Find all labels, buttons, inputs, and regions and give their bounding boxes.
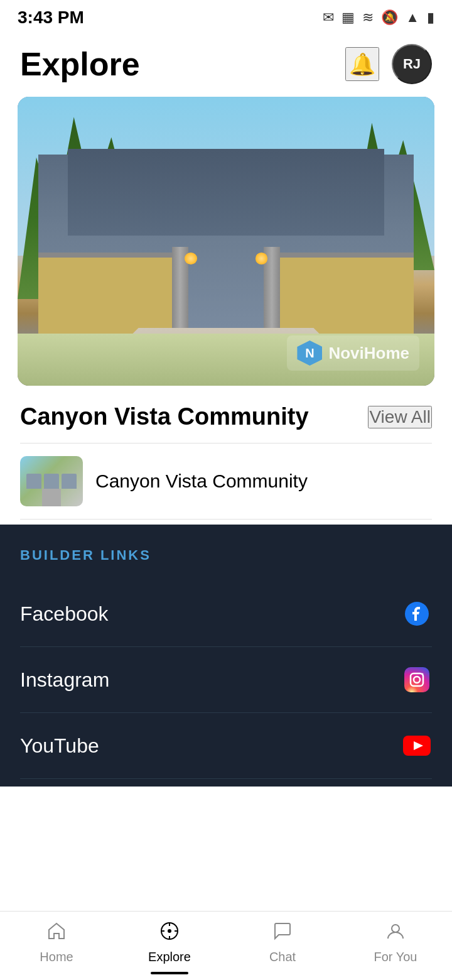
nav-explore[interactable]: Explore	[126, 916, 213, 969]
header-actions: 🔔 RJ	[345, 44, 432, 84]
instagram-link[interactable]: Instagram	[20, 647, 432, 713]
instagram-label: Instagram	[20, 668, 109, 692]
youtube-label: YouTube	[20, 734, 99, 758]
light-right	[256, 253, 268, 264]
community-thumbnail	[20, 456, 83, 506]
thumb-house-3	[62, 474, 77, 489]
barcode-icon: ▦	[342, 9, 355, 26]
mute-icon: 🔕	[381, 9, 398, 26]
thumb-road	[42, 489, 61, 506]
divider-top	[20, 443, 432, 444]
status-icons: ✉ ▦ ≋ 🔕 ▲ ▮	[323, 9, 434, 26]
bell-icon: 🔔	[349, 52, 375, 77]
view-all-button[interactable]: View All	[368, 406, 432, 428]
divider-bottom	[20, 519, 432, 520]
community-item-name: Canyon Vista Community	[95, 471, 308, 492]
novihome-logo	[297, 340, 322, 366]
header: Explore 🔔 RJ	[0, 33, 452, 92]
home-label: Home	[40, 950, 73, 964]
community-list-item[interactable]: Canyon Vista Community	[20, 449, 432, 514]
svg-point-8	[168, 929, 171, 933]
hero-image[interactable]: NoviHome	[18, 97, 434, 386]
facebook-icon	[402, 599, 432, 629]
for-you-label: For You	[374, 950, 417, 964]
nav-home[interactable]: Home	[13, 916, 100, 969]
explore-icon	[159, 921, 180, 946]
wifi-icon: ▲	[406, 9, 419, 26]
status-time: 3:43 PM	[18, 8, 84, 28]
svg-rect-1	[404, 667, 429, 692]
youtube-link[interactable]: YouTube	[20, 713, 432, 779]
thumb-house-2	[44, 474, 59, 489]
facebook-label: Facebook	[20, 602, 109, 626]
house-upper	[68, 149, 385, 236]
nav-chat[interactable]: Chat	[239, 916, 326, 969]
svg-point-4	[422, 673, 424, 675]
battery-icon: ▮	[427, 9, 434, 26]
thumb-houses	[26, 474, 77, 489]
mail-icon: ✉	[323, 9, 334, 26]
garage-right	[280, 253, 413, 334]
youtube-icon	[402, 731, 432, 761]
avatar-button[interactable]: RJ	[392, 44, 432, 84]
chat-icon	[272, 921, 293, 946]
community-section: Canyon Vista Community View All Canyon V…	[0, 386, 452, 520]
chat-label: Chat	[269, 950, 296, 964]
for-you-icon	[385, 921, 406, 946]
bottom-navigation: Home Explore Chat	[0, 911, 452, 980]
nav-for-you[interactable]: For You	[352, 916, 439, 969]
garage-left	[38, 253, 171, 334]
notifications-button[interactable]: 🔔	[345, 47, 379, 81]
status-bar: 3:43 PM ✉ ▦ ≋ 🔕 ▲ ▮	[0, 0, 452, 33]
avatar-initials: RJ	[403, 56, 421, 72]
page-title: Explore	[20, 45, 140, 83]
thumb-house-1	[26, 474, 41, 489]
signal-icon: ≋	[362, 9, 374, 26]
instagram-icon	[402, 665, 432, 695]
svg-point-13	[392, 925, 399, 932]
builder-links-section: BUILDER LINKS Facebook Instagram	[0, 525, 452, 787]
watermark-text: NoviHome	[328, 344, 409, 363]
community-header: Canyon Vista Community View All	[20, 403, 432, 430]
light-left	[185, 253, 197, 264]
home-icon	[46, 921, 67, 946]
facebook-link[interactable]: Facebook	[20, 581, 432, 647]
builder-links-title: BUILDER LINKS	[20, 547, 432, 564]
novihome-watermark: NoviHome	[287, 335, 419, 371]
community-title: Canyon Vista Community	[20, 403, 309, 430]
explore-label: Explore	[148, 950, 191, 964]
